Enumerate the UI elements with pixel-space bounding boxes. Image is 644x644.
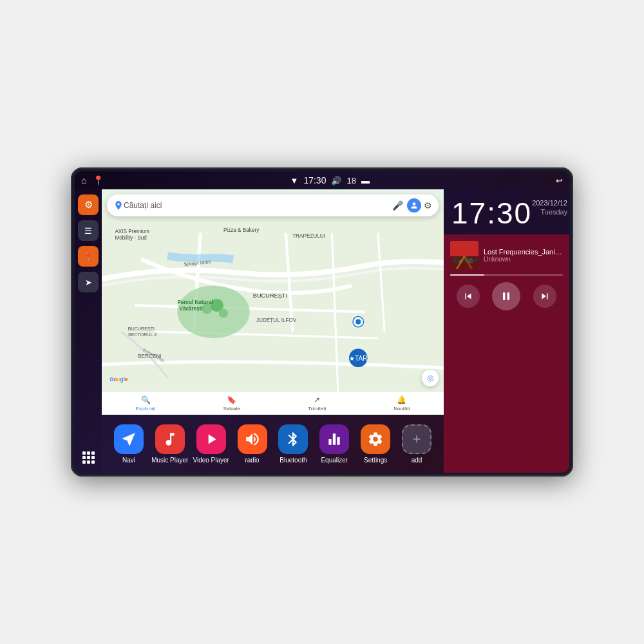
svg-text:SECTORUL 4: SECTORUL 4: [128, 332, 156, 337]
saved-icon: 🔖: [227, 395, 236, 404]
map-nav-news[interactable]: 🔔 Noutăți: [393, 395, 410, 412]
music-player-app-icon: [155, 424, 185, 454]
radio-app-icon: [238, 424, 267, 454]
map-nav-saved[interactable]: 🔖 Salvate: [223, 395, 240, 412]
clock-time: 17:30: [451, 198, 532, 228]
map-nav-send[interactable]: ↗ Trimiteți: [308, 395, 326, 412]
svg-text:JUDEȚUL ILFOV: JUDEȚUL ILFOV: [256, 317, 297, 323]
location-icon: 📍: [83, 252, 93, 261]
right-panel: 17:30 2023/12/12 Tuesday: [444, 189, 569, 473]
apps-area: Navi Music Player: [102, 415, 444, 473]
svg-text:Mobility - Sud: Mobility - Sud: [115, 235, 147, 241]
map-location-button[interactable]: ◎: [422, 370, 439, 386]
svg-point-29: [474, 258, 478, 262]
music-prev-button[interactable]: [457, 285, 480, 308]
gear-icon: ⚙: [84, 199, 93, 211]
svg-text:AXIS Premium: AXIS Premium: [115, 229, 149, 234]
svg-text:Google: Google: [109, 377, 128, 383]
wifi-icon: ▼: [290, 176, 299, 185]
user-avatar[interactable]: [407, 198, 421, 213]
center-area: AXIS Premium Mobility - Sud Pizza & Bake…: [102, 189, 444, 473]
add-app[interactable]: + add: [396, 424, 437, 464]
svg-text:Parcul Natural: Parcul Natural: [177, 299, 213, 305]
device-screen: ⌂ 📍 ▼ 17:30 🔊 18 ▬ ↩ ⚙: [75, 171, 569, 473]
music-info-row: Lost Frequencies_Janie... Unknown: [450, 241, 563, 269]
music-title: Lost Frequencies_Janie...: [484, 248, 563, 256]
svg-text:BUCUREȘTI: BUCUREȘTI: [253, 292, 287, 299]
settings-app[interactable]: Settings: [355, 424, 396, 464]
map-nav-explore[interactable]: 🔍 Explorați: [135, 395, 155, 412]
home-icon[interactable]: ⌂: [81, 175, 86, 185]
navi-app-icon: [114, 424, 144, 454]
sidebar-item-nav[interactable]: ➤: [78, 272, 99, 292]
radio-app-label: radio: [245, 457, 259, 464]
map-nav-send-label: Trimiteți: [308, 406, 326, 412]
music-next-button[interactable]: [533, 285, 556, 308]
status-left: ⌂ 📍: [81, 175, 104, 185]
device: ⌂ 📍 ▼ 17:30 🔊 18 ▬ ↩ ⚙: [71, 167, 573, 477]
video-player-app[interactable]: Video Player: [191, 424, 232, 464]
music-artist: Unknown: [484, 256, 563, 263]
music-controls: [450, 282, 563, 310]
clock-day: Tuesday: [532, 208, 567, 216]
add-app-icon: +: [402, 424, 431, 454]
video-player-app-icon: [196, 424, 226, 454]
sidebar-item-settings[interactable]: ⚙: [78, 194, 99, 215]
music-album-art: [450, 241, 478, 269]
maps-pin-icon: [113, 200, 124, 211]
clock-widget: 17:30 2023/12/12 Tuesday: [444, 189, 569, 234]
svg-point-19: [355, 319, 361, 325]
settings-app-icon: [361, 424, 390, 454]
settings-app-label: Settings: [364, 457, 387, 464]
status-bar: ⌂ 📍 ▼ 17:30 🔊 18 ▬ ↩: [75, 171, 569, 189]
music-widget: Lost Frequencies_Janie... Unknown: [444, 234, 569, 473]
bluetooth-app-label: Bluetooth: [279, 457, 307, 464]
sidebar: ⚙ ☰ 📍 ➤: [75, 189, 102, 473]
radio-app[interactable]: radio: [232, 424, 273, 464]
map-nav-explore-label: Explorați: [135, 406, 155, 412]
clock-row: 17:30 2023/12/12 Tuesday: [451, 198, 562, 228]
clock-date-info: 2023/12/12 Tuesday: [532, 198, 567, 216]
album-art-svg: [450, 241, 478, 269]
mic-icon[interactable]: 🎤: [392, 200, 403, 211]
news-icon: 🔔: [397, 395, 406, 404]
back-icon[interactable]: ↩: [556, 176, 563, 185]
map-container[interactable]: AXIS Premium Mobility - Sud Pizza & Bake…: [102, 189, 444, 415]
status-center: ▼ 17:30 🔊 18 ▬: [290, 175, 370, 185]
map-search-text: Căutați aici: [124, 201, 392, 210]
music-player-app-label: Music Player: [151, 457, 188, 464]
svg-point-25: [453, 258, 458, 263]
map-nav-news-label: Noutăți: [393, 406, 410, 412]
svg-text:BUCUREȘTI: BUCUREȘTI: [128, 327, 155, 332]
maps-icon[interactable]: 📍: [93, 175, 104, 185]
svg-rect-0: [102, 200, 444, 404]
music-progress-fill: [450, 274, 484, 276]
svg-point-1: [177, 285, 249, 338]
bluetooth-app[interactable]: Bluetooth: [273, 424, 314, 464]
sidebar-item-menu[interactable]: ☰: [78, 220, 99, 241]
sidebar-apps-grid[interactable]: [78, 447, 99, 468]
status-time: 17:30: [303, 175, 326, 185]
map-settings-icon[interactable]: ⚙: [424, 200, 432, 211]
menu-icon: ☰: [84, 226, 92, 236]
music-player-app[interactable]: Music Player: [149, 424, 191, 464]
equalizer-app[interactable]: Equalizer: [314, 424, 355, 464]
map-nav-saved-label: Salvate: [223, 406, 240, 412]
main-content: ⚙ ☰ 📍 ➤: [75, 189, 569, 473]
music-pause-button[interactable]: [492, 282, 520, 310]
svg-text:TRAPEZULUI: TRAPEZULUI: [292, 233, 325, 239]
music-progress-bar[interactable]: [450, 274, 563, 276]
add-app-label: add: [412, 457, 422, 464]
svg-text:★TAR: ★TAR: [349, 355, 368, 362]
send-icon: ↗: [314, 395, 320, 404]
sidebar-item-location[interactable]: 📍: [78, 246, 99, 267]
svg-text:Pizza & Bakery: Pizza & Bakery: [223, 227, 260, 233]
map-bottom-nav: 🔍 Explorați 🔖 Salvate ↗ Trimiteți 🔔: [102, 392, 444, 415]
volume-icon: 🔊: [331, 176, 341, 185]
map-search-bar[interactable]: Căutați aici 🎤 ⚙: [107, 194, 439, 216]
battery-level: 18: [346, 176, 355, 185]
bluetooth-app-icon: [278, 424, 308, 454]
video-player-app-label: Video Player: [193, 457, 229, 464]
navi-app[interactable]: Navi: [108, 424, 149, 464]
equalizer-app-icon: [319, 424, 349, 454]
